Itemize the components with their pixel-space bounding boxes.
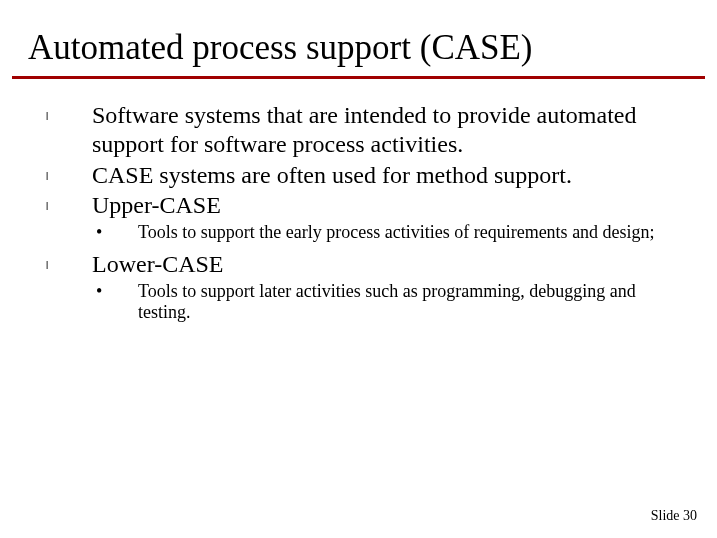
sub-list-item-text: Tools to support the early process activ… [138, 222, 677, 244]
list-item-text: Lower-CASE [92, 250, 677, 279]
list-item: l Lower-CASE [40, 250, 677, 279]
list-item: l CASE systems are often used for method… [40, 161, 677, 190]
sub-list-item-text: Tools to support later activities such a… [138, 281, 677, 324]
slide-body: l Software systems that are intended to … [0, 79, 717, 324]
bullet-icon: l [40, 161, 92, 182]
sub-list-item: • Tools to support later activities such… [40, 281, 677, 324]
list-item-text: CASE systems are often used for method s… [92, 161, 677, 190]
bullet-icon: l [40, 191, 92, 212]
slide-title: Automated process support (CASE) [0, 0, 717, 74]
sub-list-item: • Tools to support the early process act… [40, 222, 677, 244]
sub-bullet-icon: • [40, 222, 138, 243]
list-item-text: Software systems that are intended to pr… [92, 101, 677, 159]
list-item: l Software systems that are intended to … [40, 101, 677, 159]
slide-number: Slide 30 [651, 508, 697, 524]
list-item: l Upper-CASE [40, 191, 677, 220]
sub-bullet-icon: • [40, 281, 138, 302]
bullet-icon: l [40, 101, 92, 122]
slide: Automated process support (CASE) l Softw… [0, 0, 717, 538]
list-item-text: Upper-CASE [92, 191, 677, 220]
bullet-icon: l [40, 250, 92, 271]
